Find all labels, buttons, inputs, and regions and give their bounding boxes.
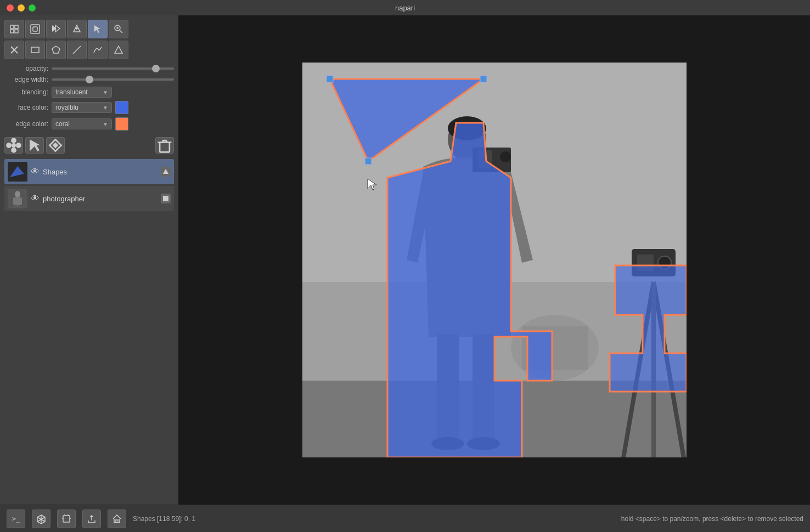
terminal-btn[interactable]: >_ — [7, 510, 25, 528]
layer-item-shapes[interactable]: 👁 Shapes — [4, 159, 174, 184]
face-color-select[interactable]: royalblu red green — [55, 104, 100, 111]
blending-select-wrapper: translucent opaque additive ▼ — [52, 87, 112, 98]
add-vertices-tool[interactable] — [67, 20, 87, 38]
blending-label: blending: — [4, 88, 48, 96]
bottom-bar: >_ Shapes [118 59]: 0, 1 hold — [0, 505, 810, 532]
svg-marker-27 — [30, 139, 41, 151]
rectangle-tool[interactable] — [25, 41, 45, 59]
label-mode-btn[interactable] — [46, 137, 65, 154]
canvas-area[interactable] — [178, 15, 810, 505]
edge-width-row: edge width: — [4, 76, 174, 83]
edge-color-select-wrapper: coral red blue ▼ — [52, 118, 112, 129]
blending-select[interactable]: translucent opaque additive — [55, 88, 100, 96]
export-btn[interactable] — [82, 510, 101, 528]
select-mode-btn[interactable] — [25, 137, 44, 154]
svg-point-22 — [7, 143, 11, 147]
toolbar-row-1 — [4, 20, 174, 38]
opacity-slider[interactable] — [52, 67, 174, 70]
svg-marker-11 — [94, 25, 100, 33]
face-color-select-wrapper: royalblu red green ▼ — [52, 102, 112, 113]
plugin-btn[interactable] — [57, 510, 76, 528]
svg-line-13 — [120, 30, 122, 33]
select-vertices-tool[interactable] — [46, 20, 66, 38]
edge-width-slider[interactable] — [52, 78, 174, 81]
shapes-type-icon — [161, 167, 171, 177]
status-right: hold <space> to pan/zoom, press <delete>… — [621, 515, 803, 523]
edge-color-row: edge color: coral red blue ▼ — [4, 117, 174, 131]
photographer-visibility[interactable]: 👁 — [31, 194, 40, 203]
cube-icon — [36, 514, 46, 524]
edge-color-select[interactable]: coral red blue — [55, 120, 100, 128]
svg-rect-28 — [160, 143, 170, 152]
svg-rect-67 — [365, 158, 372, 165]
svg-rect-42 — [163, 196, 168, 201]
svg-point-25 — [12, 148, 15, 152]
delete-tool[interactable] — [4, 41, 24, 59]
svg-rect-77 — [116, 520, 118, 523]
svg-point-37 — [15, 191, 20, 197]
edge-width-thumb[interactable] — [86, 76, 93, 83]
delete-layer-btn[interactable] — [155, 137, 174, 154]
left-panel: opacity: edge width: blending: transluce… — [0, 15, 178, 505]
zoom-tool[interactable] — [109, 20, 128, 38]
polygon-tool[interactable] — [46, 41, 66, 59]
face-color-select-arrow: ▼ — [103, 105, 108, 111]
svg-point-23 — [12, 139, 15, 143]
svg-marker-21 — [115, 46, 122, 53]
edge-color-label: edge color: — [4, 120, 48, 128]
home-btn[interactable] — [108, 510, 126, 528]
properties-panel: opacity: edge width: blending: transluce… — [4, 65, 174, 131]
photographer-thumbnail — [8, 189, 27, 208]
shapes-layer-name: Shapes — [43, 168, 158, 176]
photographer-type-icon — [161, 194, 171, 203]
svg-rect-72 — [63, 516, 70, 522]
svg-rect-65 — [327, 76, 333, 82]
edge-color-select-arrow: ▼ — [103, 121, 108, 127]
scatter-tool-btn[interactable] — [4, 137, 23, 154]
export-icon — [87, 514, 97, 524]
svg-rect-1 — [15, 25, 18, 29]
line-tool[interactable] — [67, 41, 87, 59]
svg-point-26 — [12, 144, 15, 146]
path-tool[interactable] — [88, 41, 108, 59]
opacity-thumb[interactable] — [152, 65, 160, 72]
svg-rect-66 — [480, 76, 487, 82]
svg-point-24 — [16, 143, 20, 147]
svg-rect-38 — [13, 197, 22, 205]
plugin-icon — [61, 514, 71, 524]
transform2-tool[interactable] — [25, 20, 45, 38]
minimize-button[interactable] — [18, 4, 25, 12]
opacity-label: opacity: — [4, 65, 48, 72]
edge-color-swatch[interactable] — [115, 117, 128, 131]
close-button[interactable] — [7, 4, 14, 12]
svg-rect-59 — [500, 151, 511, 162]
shapes-thumbnail — [8, 162, 27, 182]
transform-tool[interactable] — [4, 20, 24, 38]
traffic-lights — [7, 4, 36, 12]
svg-rect-5 — [33, 27, 37, 31]
svg-rect-4 — [31, 25, 40, 33]
svg-rect-2 — [10, 30, 14, 33]
layer-tools — [4, 135, 174, 156]
terminal-icon: >_ — [12, 515, 20, 523]
maximize-button[interactable] — [29, 4, 36, 12]
shapes-visibility[interactable]: 👁 — [31, 167, 40, 177]
layer-item-photographer[interactable]: 👁 photographer — [4, 186, 174, 211]
select-tool[interactable] — [88, 20, 108, 38]
window-title: napari — [395, 4, 415, 12]
face-color-swatch[interactable] — [115, 101, 128, 114]
svg-rect-3 — [15, 30, 18, 33]
svg-marker-6 — [52, 25, 57, 32]
opacity-row: opacity: — [4, 65, 174, 72]
layers-list: 👁 Shapes — [4, 159, 174, 211]
triangle-tool[interactable] — [109, 41, 128, 59]
toolbar-row-2 — [4, 41, 174, 59]
face-color-label: face color: — [4, 104, 48, 111]
svg-line-20 — [73, 46, 81, 54]
svg-rect-0 — [10, 25, 14, 29]
blending-row: blending: translucent opaque additive ▼ — [4, 87, 174, 98]
photographer-layer-name: photographer — [43, 195, 158, 203]
cube-btn[interactable] — [32, 510, 50, 528]
titlebar: napari — [0, 0, 810, 15]
main-layout: opacity: edge width: blending: transluce… — [0, 15, 810, 505]
